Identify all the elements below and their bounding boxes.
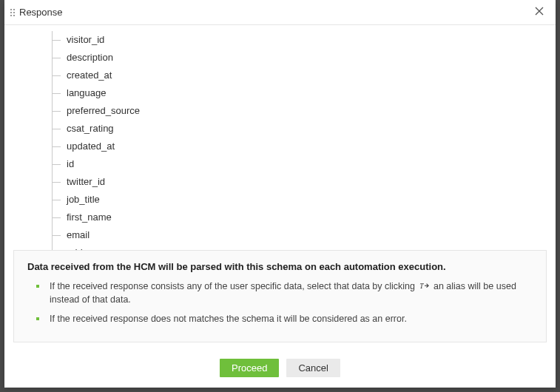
- tree-item-label: email: [67, 229, 90, 240]
- tree-item[interactable]: first_name: [52, 209, 541, 226]
- info-list-item: If the received response does not matche…: [41, 312, 533, 325]
- tree-item-label: created_at: [67, 70, 112, 81]
- close-icon: [535, 7, 544, 18]
- modal-header-left: Response: [10, 7, 63, 18]
- tree-item[interactable]: csat_rating: [52, 120, 541, 138]
- tree-item-label: twitter_id: [67, 176, 105, 187]
- tree-item-label: preferred_source: [67, 105, 140, 116]
- tree-item[interactable]: id: [52, 155, 541, 173]
- modal-backdrop: Response visitor_id description created_…: [0, 0, 560, 392]
- modal-header: Response: [4, 0, 556, 25]
- tree-item-label: csat_rating: [67, 123, 114, 134]
- tree-item[interactable]: job_title: [52, 191, 541, 209]
- drag-handle-icon[interactable]: [10, 9, 15, 16]
- modal-title: Response: [19, 7, 63, 18]
- tree-item[interactable]: updated_at: [52, 138, 541, 155]
- response-modal: Response visitor_id description created_…: [4, 0, 556, 388]
- schema-tree: visitor_id description created_at langua…: [52, 31, 541, 250]
- info-text-pre: If the received response consists any of…: [50, 281, 415, 291]
- alias-icon: T: [419, 282, 430, 291]
- proceed-button[interactable]: Proceed: [220, 359, 279, 377]
- close-button[interactable]: [532, 4, 547, 21]
- svg-text:T: T: [419, 283, 424, 291]
- info-title: Data received from the HCM will be parse…: [27, 261, 533, 272]
- tree-item-label: updated_at: [67, 141, 115, 152]
- modal-body: visitor_id description created_at langua…: [4, 25, 556, 250]
- modal-footer: Proceed Cancel: [4, 351, 556, 388]
- info-text-pre: If the received response does not matche…: [50, 314, 407, 324]
- tree-item[interactable]: language: [52, 84, 541, 102]
- info-list: If the received response consists any of…: [27, 280, 533, 325]
- tree-item[interactable]: twitter_id: [52, 173, 541, 191]
- tree-item-label: description: [67, 52, 113, 63]
- info-panel: Data received from the HCM will be parse…: [13, 250, 547, 342]
- tree-item[interactable]: created_at: [52, 67, 541, 84]
- tree-item-label: job_title: [67, 194, 100, 205]
- tree-item-label: language: [67, 87, 107, 98]
- tree-item-label: visitor_id: [67, 34, 104, 45]
- tree-item[interactable]: visitor_id: [52, 31, 541, 49]
- tree-item[interactable]: address: [52, 244, 541, 250]
- info-list-item: If the received response consists any of…: [41, 280, 533, 306]
- tree-item-label: address: [67, 247, 101, 250]
- tree-item[interactable]: description: [52, 49, 541, 67]
- tree-item-label: first_name: [67, 212, 112, 223]
- tree-item[interactable]: email: [52, 226, 541, 244]
- cancel-button[interactable]: Cancel: [286, 359, 340, 377]
- tree-item[interactable]: preferred_source: [52, 102, 541, 120]
- tree-item-label: id: [67, 158, 74, 169]
